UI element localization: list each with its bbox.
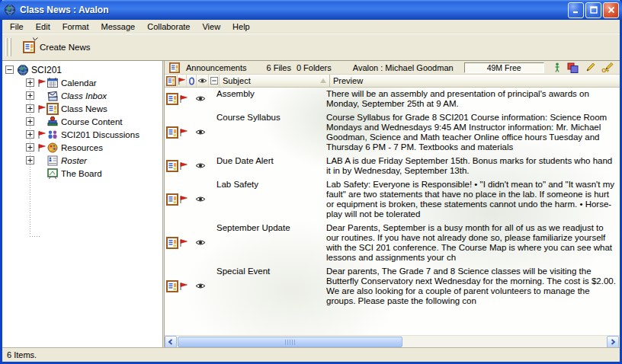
message-subject: September Update [216,222,326,263]
expand-toggle-icon[interactable] [26,104,34,113]
flag-icon [179,94,188,104]
message-preview: Lab Safety: Everyone is Responsible! • "… [326,179,620,219]
message-preview: LAB A is due Friday September 15th. Bonu… [326,155,620,176]
expand-toggle-icon[interactable] [26,130,34,139]
message-preview: Dear parents, The Grade 7 and 8 Science … [326,266,620,306]
list-item[interactable]: September Update Dear Parents, September… [165,222,620,265]
item-type-column[interactable] [165,75,178,87]
menu-format[interactable]: Format [56,21,95,33]
tree-label: Resources [59,143,103,152]
tree-label: Class Inbox [59,91,107,101]
minimize-icon [572,5,581,14]
menu-help[interactable]: Help [226,21,256,33]
items-count: 6 Items. [7,350,37,359]
expand-toggle-icon[interactable] [26,91,34,100]
read-eye-icon [195,129,206,136]
list-item[interactable]: Course Syllabus Course Syllabus for Grad… [165,111,620,155]
menu-file[interactable]: File [4,21,30,33]
news-icon [46,103,59,115]
menu-message[interactable]: Message [95,21,142,33]
flag-icon [37,130,46,139]
flag-icon [37,78,46,88]
conference-tree: SCI201 Calendar Class Inbox Class News [2,61,162,347]
course-content-icon [46,116,59,128]
collapse-all-control[interactable] [209,75,220,87]
flag-icon [179,238,188,247]
chevron-right-icon [610,339,616,345]
menu-view[interactable]: View [196,21,226,33]
maximize-icon [589,5,598,14]
flag-icon [37,104,46,113]
message-subject: Due Date Alert [216,155,326,176]
list-item[interactable]: Lab Safety Lab Safety: Everyone is Respo… [165,178,620,222]
message-subject: Assembly [216,88,326,109]
app-window: Class News : Avalon File Edit Format Mes… [0,0,622,364]
list-item[interactable]: Due Date Alert LAB A is due Friday Septe… [165,155,620,178]
sidebar-item-discussions[interactable]: SCI201 Discussions [2,128,162,141]
new-item-sparkle-icon [33,37,38,41]
sidebar-item-roster[interactable]: Roster [2,154,162,167]
free-space-indicator: 49M Free [464,62,544,73]
sidebar-item-resources[interactable]: Resources [2,141,162,154]
sort-indicator[interactable] [316,75,330,87]
status-bar: 6 Items. [2,347,620,362]
sidebar-item-course-content[interactable]: Course Content [2,115,162,128]
person-icon[interactable] [553,62,561,72]
create-news-button[interactable]: Create News [17,37,96,57]
sidebar-item-calendar[interactable]: Calendar [2,76,162,89]
horizontal-scrollbar[interactable] [165,335,620,347]
menu-edit[interactable]: Edit [30,21,56,33]
title-bar[interactable]: Class News : Avalon [0,0,622,20]
flag-column[interactable] [178,75,187,87]
create-news-label: Create News [40,43,90,52]
scroll-left-button[interactable] [165,336,177,348]
tree-label: The Board [59,169,102,178]
expand-toggle-icon[interactable] [26,143,34,152]
read-eye-icon [195,162,206,169]
toolbar: Create News [2,34,620,60]
layers-icon[interactable] [567,62,579,73]
toolbar-grip[interactable] [9,38,11,56]
sidebar-item-class-news[interactable]: Class News [2,102,162,115]
menu-collaborate[interactable]: Collaborate [141,21,196,33]
message-list: Assembly There will be an assembly and p… [165,88,620,335]
maximize-button[interactable] [585,2,601,18]
pencil-icon[interactable] [585,62,595,73]
sidebar-item-the-board[interactable]: The Board [2,167,162,180]
scroll-right-button[interactable] [607,336,619,348]
tree-label: Class News [59,104,107,113]
create-news-icon [23,41,35,53]
sidebar-item-sci201[interactable]: SCI201 [2,63,162,76]
toolbar-grip[interactable] [5,38,8,56]
message-subject: Course Syllabus [216,112,326,152]
preview-column-header[interactable]: Preview [330,75,620,87]
flag-icon [179,282,188,291]
flag-icon [37,143,46,152]
read-status-column[interactable] [197,75,209,87]
window-title: Class News : Avalon [20,5,568,15]
minimize-button[interactable] [568,2,584,18]
list-header: Announcements 6 Files 0 Folders Avalon :… [165,61,620,75]
close-button[interactable] [603,2,619,18]
read-eye-icon [195,95,206,102]
tree-label: Course Content [59,117,123,126]
conference-title: Announcements [186,63,247,72]
attachment-column[interactable] [187,75,197,87]
expand-toggle-icon[interactable] [26,78,34,87]
expand-toggle-icon[interactable] [26,117,34,126]
list-item[interactable]: Assembly There will be an assembly and p… [165,88,620,111]
key-pencil-icon[interactable] [601,62,614,73]
message-list-panel: Announcements 6 Files 0 Folders Avalon :… [165,61,620,347]
discussions-icon [46,129,59,141]
subject-column-header[interactable]: Subject [220,75,316,87]
scrollbar-thumb[interactable] [178,337,402,347]
expand-toggle-icon[interactable] [26,156,34,164]
list-item[interactable]: Special Event Dear parents, The Grade 7 … [165,265,620,308]
read-eye-icon [195,239,206,246]
app-icon [4,4,16,16]
sidebar-item-class-inbox[interactable]: Class Inbox [2,89,162,102]
message-preview: Course Syllabus for Grade 8 SCI201 Cours… [326,112,620,152]
news-item-icon [166,193,178,206]
collapse-toggle-icon[interactable] [5,65,14,74]
message-subject: Lab Safety [216,179,326,219]
